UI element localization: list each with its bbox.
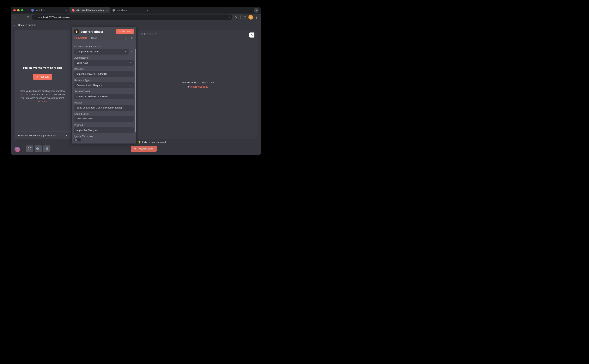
browser-window: Medplum × n8n - Workflow Automation × sm…: [11, 7, 261, 155]
back-to-canvas[interactable]: ← Back to canvas: [14, 24, 36, 27]
node-title: bonFHIR Trigger: [80, 30, 103, 33]
reason-input[interactable]: [74, 105, 134, 111]
output-edit-button[interactable]: ✎: [249, 32, 254, 38]
config-body: Credential for Basic Auth Medplum Basic …: [72, 41, 136, 141]
output-panel: OUTPUT ✎ Test this node to output data o…: [138, 30, 257, 139]
output-header: OUTPUT: [141, 33, 158, 36]
button-label: Test step: [39, 75, 49, 78]
arrow-left-icon: ←: [14, 24, 16, 27]
edit-credential-icon[interactable]: ✎: [130, 49, 134, 54]
authentication-select[interactable]: Basic Auth ▾: [74, 60, 134, 66]
favicon-icon: [113, 9, 115, 12]
scrollbar-thumb[interactable]: [135, 49, 136, 132]
chevron-down-icon: ▾: [66, 134, 67, 137]
auth-label: Authentication: [74, 57, 134, 59]
tab-n8n[interactable]: n8n - Workflow Automation ×: [69, 7, 110, 13]
panel-icon[interactable]: ▢: [242, 14, 248, 20]
forward-button[interactable]: →: [19, 14, 24, 20]
test-workflow-button[interactable]: ⚗ Test workflow: [131, 146, 157, 152]
test-step-button[interactable]: ⚗ Test step: [33, 74, 52, 80]
output-line1: Test this node to output data: [181, 80, 214, 85]
credential-label: Credential for Basic Auth: [74, 45, 134, 48]
star-icon[interactable]: ☆: [228, 16, 230, 19]
cube-icon[interactable]: ⬚: [125, 36, 128, 40]
output-placeholder: Test this node to output data or insert …: [181, 80, 214, 89]
tab-title: Medplum: [35, 9, 45, 12]
back-label: Back to canvas: [18, 24, 36, 27]
chevron-down-icon: ▾: [130, 61, 132, 64]
pencil-icon: ✎: [251, 33, 253, 37]
gear-icon[interactable]: ⚙: [131, 36, 134, 40]
search-criteria-input[interactable]: [74, 94, 134, 99]
new-tab-button[interactable]: +: [151, 8, 157, 12]
output-line2a: or: [187, 85, 191, 88]
input-hint: Once you've finished building your workf…: [18, 89, 67, 103]
close-window-button[interactable]: [13, 9, 16, 11]
divider: [241, 15, 241, 19]
browser-toolbar: ← → ⟳ ⓘ localhost:5678/workflow/new ☆ ⛭ …: [11, 13, 261, 21]
tabs: Medplum × n8n - Workflow Automation × sm…: [29, 7, 157, 13]
profile-avatar[interactable]: J: [248, 15, 253, 20]
config-tab-icons: ⬚ ⚙: [125, 36, 134, 40]
chevron-down-icon: ▾: [125, 50, 127, 53]
secret-label: Shared Secret: [74, 113, 134, 115]
minimize-window-button[interactable]: [17, 9, 20, 11]
shared-secret-input[interactable]: [74, 116, 134, 122]
close-icon[interactable]: ×: [66, 9, 67, 12]
extensions-icon[interactable]: ⛭: [234, 14, 239, 20]
back-button[interactable]: ←: [12, 14, 18, 20]
input-footer[interactable]: When will this node trigger my flow? ▾: [14, 131, 71, 139]
node-config-panel: 🔥 bonFHIR Trigger ⚗ Test step Parameters…: [72, 27, 136, 143]
config-tabs: Parameters Docs ⬚ ⚙: [72, 35, 136, 41]
select-value: CommunicationRequest: [76, 84, 102, 87]
test-step-header-button[interactable]: ⚗ Test step: [116, 29, 134, 34]
config-header: 🔥 bonFHIR Trigger ⚗ Test step: [72, 27, 136, 35]
payload-label: Payload: [74, 124, 134, 126]
user-presence[interactable]: JB: [14, 147, 20, 152]
search-label: Search Criteria: [74, 90, 134, 93]
close-icon[interactable]: ×: [147, 9, 148, 12]
address-bar[interactable]: ⓘ localhost:5678/workflow/new ☆: [32, 14, 232, 20]
footer-text: When will this node trigger my flow?: [18, 134, 56, 137]
payload-input[interactable]: [74, 127, 134, 133]
tab-parameters[interactable]: Parameters: [74, 35, 87, 41]
more-info-link[interactable]: More info: [38, 100, 47, 103]
zoom-window-button[interactable]: [21, 9, 23, 11]
resource-label: Resource Type: [74, 79, 134, 82]
tab-docs[interactable]: Docs: [91, 35, 97, 41]
ssl-label: Ignore SSL Issues: [74, 135, 134, 138]
chevron-down-icon: ▾: [130, 84, 132, 87]
favicon-icon: [31, 9, 34, 12]
select-value: Medplum Basic Auth: [76, 50, 99, 53]
tab-medplum[interactable]: Medplum ×: [29, 7, 69, 13]
app-area: ← Back to canvas Pull in events from bon…: [11, 21, 261, 155]
canvas-zoom-controls: ⛶ 🔍 🔎: [26, 145, 50, 152]
feedback-text: I wish this node would...: [142, 141, 168, 144]
site-info-icon[interactable]: ⓘ: [34, 15, 36, 19]
zoom-in-button[interactable]: 🔍: [35, 145, 42, 152]
tab-title: n8n - Workflow Automation: [76, 9, 104, 12]
reason-label: Reason: [74, 101, 134, 104]
favicon-icon: [72, 9, 74, 12]
activate-link[interactable]: activate it: [20, 93, 30, 96]
url-text: localhost:5678/workflow/new: [38, 16, 70, 19]
reload-button[interactable]: ⟳: [25, 14, 31, 20]
ignore-ssl-toggle[interactable]: [74, 138, 81, 141]
credential-select[interactable]: Medplum Basic Auth ▾: [74, 49, 128, 55]
tab-overflow-button[interactable]: ▾: [254, 8, 259, 13]
fit-view-button[interactable]: ⛶: [26, 145, 33, 152]
menu-icon[interactable]: ⋮: [254, 14, 259, 20]
flask-icon: ⚗: [36, 75, 38, 78]
close-icon[interactable]: ×: [106, 9, 108, 12]
feedback-prompt[interactable]: 💡 I wish this node would...: [138, 141, 168, 144]
zoom-out-button[interactable]: 🔎: [43, 145, 50, 152]
scrollbar-track: [135, 41, 136, 141]
tab-smtp4dev[interactable]: smtp4dev ×: [110, 7, 151, 13]
insert-test-data-link[interactable]: insert test data: [191, 85, 208, 88]
select-value: Basic Auth: [76, 61, 88, 64]
lightbulb-icon: 💡: [138, 141, 141, 144]
baseurl-input[interactable]: [74, 71, 134, 77]
toolbar-right: ⛭ ▢ J ⋮: [234, 14, 259, 20]
resource-type-select[interactable]: CommunicationRequest ▾: [74, 82, 134, 88]
node-icon: 🔥: [74, 29, 79, 34]
